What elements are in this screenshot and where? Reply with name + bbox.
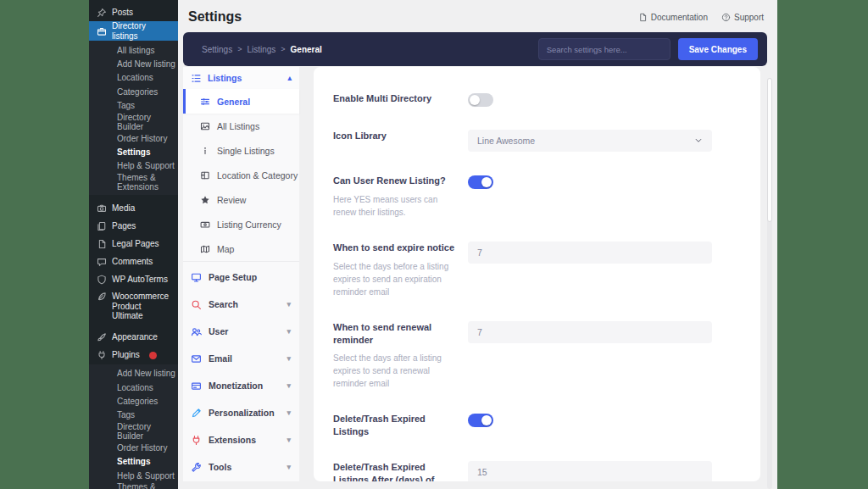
settings-row: When to send renewal reminder Select the… [333,321,739,391]
wp-submenu-item-help-support[interactable]: Help & Support [89,469,178,482]
nav-section-listings[interactable]: Listings ▴ [183,67,299,89]
chevron-down-icon: ▾ [287,354,291,363]
nav-item-review[interactable]: Review [183,187,299,212]
nav-section-search[interactable]: Search ▾ [183,291,299,318]
wp-submenu-item-themes-extensions[interactable]: Themes & Extensions [89,482,178,489]
nav-item-map[interactable]: Map [183,236,299,261]
wp-submenu-item-categories[interactable]: Categories [89,394,178,408]
nav-item-general[interactable]: General [183,89,299,114]
card-icon [191,381,202,392]
nav-section-monetization[interactable]: Monetization ▾ [183,372,299,399]
mail-icon [191,353,202,364]
plug-icon [97,350,107,360]
nav-section-personalization[interactable]: Personalization ▾ [183,399,299,426]
delete-trash-expired-listings-toggle[interactable] [468,414,493,427]
chevron-down-icon [694,136,703,145]
setting-label: Delete/Trash Expired Listings After (day… [333,461,459,481]
comment-icon [97,257,107,267]
setting-label: When to send expire notice [333,242,459,254]
nav-section-page-setup[interactable]: Page Setup [183,264,299,291]
pin-icon [97,8,107,18]
setting-description: Select the days after a listing expires … [333,352,459,390]
chevron-down-icon: ▾ [287,300,291,308]
wp-menu-directory-listings[interactable]: Directory listings [89,21,178,41]
plugins-update-badge [149,352,157,359]
settings-row: Delete/Trash Expired Listings [333,413,739,438]
delete-trash-expired-listings-after-days-of-expiration-input[interactable]: 15 [468,461,712,481]
wp-menu-posts[interactable]: Posts [89,3,178,21]
wp-submenu-item-order-history[interactable]: Order History [89,131,178,145]
image-icon [200,121,210,131]
file-icon [97,239,107,249]
map-icon [200,244,210,254]
nav-item-single-listings[interactable]: Single Listings [183,138,299,163]
wp-submenu-item-themes-extensions[interactable]: Themes & Extensions [89,173,178,192]
settings-search-input[interactable] [538,38,670,60]
wp-menu-woocommerce-product-ultimate[interactable]: Woocommerce Product Ultimate [89,288,178,321]
wp-submenu-item-categories[interactable]: Categories [89,85,178,98]
monitor-icon [191,272,202,283]
wp-submenu-item-order-history[interactable]: Order History [89,441,178,454]
page-title: Settings [188,9,242,25]
wp-submenu-item-settings[interactable]: Settings [89,455,178,469]
wp-menu-media[interactable]: Media [89,199,178,217]
can-user-renew-listing-toggle[interactable] [468,175,493,189]
brush-icon [97,332,107,342]
when-to-send-expire-notice-input[interactable]: 7 [468,242,712,264]
shield-icon [97,275,107,285]
wp-menu-wp-autoterms[interactable]: WP AutoTerms [89,270,178,288]
wp-menu-comments[interactable]: Comments [89,253,178,270]
settings-main-area: Settings Documentation Support Settings … [178,0,777,489]
wrench-icon [191,462,202,473]
settings-row: Can User Renew Listing? Here YES means u… [333,175,739,219]
wp-menu-legal-pages[interactable]: Legal Pages [89,235,178,253]
nav-item-all-listings[interactable]: All Listings [183,114,299,138]
nav-item-listing-currency[interactable]: Listing Currency [183,212,299,236]
save-changes-button[interactable]: Save Changes [678,38,758,60]
plug-icon [191,435,202,446]
setting-label: When to send renewal reminder [333,321,459,347]
setting-label: Can User Renew Listing? [333,175,459,187]
wp-submenu-item-locations[interactable]: Locations [89,71,178,85]
wp-submenu-item-add-new-listing[interactable]: Add New listing [89,57,178,70]
pages-icon [97,221,107,231]
wp-submenu-directory-listings-2: Add New listing Locations Categories Tag… [89,364,178,489]
wp-submenu-item-settings[interactable]: Settings [89,145,178,158]
wp-menu-pages[interactable]: Pages [89,217,178,235]
users-icon [191,326,202,337]
sliders-icon [200,97,210,107]
setting-label: Delete/Trash Expired Listings [333,413,459,438]
wp-submenu-item-add-new-listing[interactable]: Add New listing [89,367,178,381]
wp-submenu-item-directory-builder[interactable]: Directory Builder [89,113,178,131]
nav-section-extensions[interactable]: Extensions ▾ [183,426,299,453]
question-circle-icon [721,13,731,22]
wp-submenu-item-all-listings[interactable]: All listings [89,43,178,57]
nav-section-user[interactable]: User ▾ [183,318,299,345]
wp-submenu-item-locations[interactable]: Locations [89,381,178,394]
support-link[interactable]: Support [721,13,764,22]
scrollbar-thumb[interactable] [767,78,772,222]
info-icon [200,146,210,156]
wp-submenu-item-tags[interactable]: Tags [89,408,178,422]
nav-section-tools[interactable]: Tools ▾ [183,453,299,481]
icon-library-select[interactable]: Line Awesome [468,130,712,152]
nav-item-location-category[interactable]: Location & Category [183,163,299,187]
nav-section-email[interactable]: Email ▾ [183,345,299,372]
enable-multi-directory-toggle[interactable] [468,93,493,107]
settings-row: When to send expire notice Select the da… [333,242,739,298]
settings-form-panel: Enable Multi Directory Icon Library Line… [314,67,760,481]
setting-description: Select the days before a listing expires… [333,260,459,298]
scrollbar[interactable] [767,78,772,489]
archive-icon [97,26,107,36]
settings-nav: Listings ▴ General All Listings [183,67,299,481]
wp-menu-appearance[interactable]: Appearance [89,329,178,347]
wp-submenu-item-help-support[interactable]: Help & Support [89,159,178,173]
chevron-up-icon: ▴ [287,74,292,82]
search-icon [191,299,202,310]
wp-menu-plugins[interactable]: Plugins [89,347,178,364]
wp-submenu-item-directory-builder[interactable]: Directory Builder [89,422,178,441]
documentation-link[interactable]: Documentation [638,13,708,22]
wp-submenu-item-tags[interactable]: Tags [89,99,178,113]
setting-description: Here YES means users can renew their lis… [333,193,459,219]
when-to-send-renewal-reminder-input[interactable]: 7 [468,321,712,343]
